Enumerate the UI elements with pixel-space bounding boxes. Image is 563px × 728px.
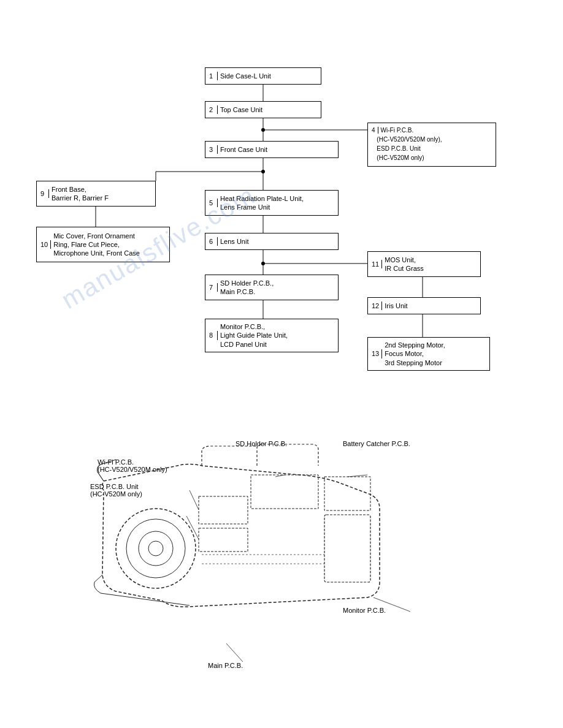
svg-point-2 <box>261 128 265 132</box>
box-3-label: Front Case Unit <box>220 145 267 154</box>
box-3: 3 Front Case Unit <box>205 141 339 158</box>
box-2-number: 2 <box>209 105 218 114</box>
box-1: 1 Side Case-L Unit <box>205 67 321 85</box>
label-monitor-pcb: Monitor P.C.B. <box>343 607 386 614</box>
box-7-number: 7 <box>209 283 218 292</box>
box-4: 4Wi-Fi P.C.B. (HC-V520/V520M only), ESD … <box>367 123 496 167</box>
box-9-number: 9 <box>40 189 49 198</box>
svg-rect-23 <box>199 528 248 552</box>
box-12: 12 Iris Unit <box>367 297 481 314</box>
box-11-number: 11 <box>372 260 382 268</box>
box-9-label: Front Base,Barrier R, Barrier F <box>52 185 109 203</box>
box-3-number: 3 <box>209 145 218 154</box>
box-13: 13 2nd Stepping Motor,Focus Motor,3rd St… <box>367 337 490 371</box>
box-12-label: Iris Unit <box>385 301 407 310</box>
box-7-label: SD Holder P.C.B.,Main P.C.B. <box>220 279 274 297</box>
camera-diagram: SD Holder P.C.B. Battery Catcher P.C.B. … <box>18 417 545 680</box>
box-6: 6 Lens Unit <box>205 233 339 250</box>
page: manualsflive.com <box>0 0 563 728</box>
box-11: 11 MOS Unit,IR Cut Grass <box>367 251 481 277</box>
box-6-label: Lens Unit <box>220 237 248 246</box>
svg-point-16 <box>116 509 196 588</box>
svg-point-18 <box>139 531 173 566</box>
svg-rect-21 <box>324 477 370 510</box>
box-2: 2 Top Case Unit <box>205 101 321 118</box>
svg-rect-24 <box>324 515 370 582</box>
box-13-number: 13 <box>372 349 382 358</box>
box-6-number: 6 <box>209 237 218 246</box>
box-5-label: Heat Radiation Plate-L Unit,Lens Frame U… <box>220 194 304 212</box>
box-5-number: 5 <box>209 199 218 207</box>
box-10-label: Mic Cover, Front OrnamentRing, Flare Cut… <box>53 232 140 258</box>
box-1-label: Side Case-L Unit <box>220 72 271 80</box>
box-10-number: 10 <box>40 240 51 249</box>
svg-point-17 <box>126 519 185 578</box>
label-main-pcb: Main P.C.B. <box>208 662 243 669</box>
box-10: 10 Mic Cover, Front OrnamentRing, Flare … <box>36 227 170 262</box>
flowchart: 1 Side Case-L Unit 2 Top Case Unit 3 Fro… <box>18 61 545 404</box>
svg-rect-20 <box>251 475 318 509</box>
svg-line-28 <box>186 516 199 539</box>
svg-point-5 <box>261 170 265 173</box>
svg-line-27 <box>190 490 199 510</box>
svg-rect-22 <box>199 496 248 524</box>
box-8-number: 8 <box>209 331 218 339</box>
box-7: 7 SD Holder P.C.B.,Main P.C.B. <box>205 275 339 300</box>
svg-point-11 <box>261 262 265 265</box>
svg-line-32 <box>226 643 243 662</box>
box-8: 8 Monitor P.C.B.,Light Guide Plate Unit,… <box>205 319 339 352</box>
box-9: 9 Front Base,Barrier R, Barrier F <box>36 181 156 207</box>
box-13-label: 2nd Stepping Motor,Focus Motor,3rd Stepp… <box>385 341 445 367</box>
svg-point-19 <box>148 541 163 556</box>
box-12-number: 12 <box>372 301 382 310</box>
box-8-label: Monitor P.C.B.,Light Guide Plate Unit,LC… <box>220 322 288 349</box>
box-5: 5 Heat Radiation Plate-L Unit,Lens Frame… <box>205 190 339 216</box>
box-11-label: MOS Unit,IR Cut Grass <box>385 256 424 273</box>
box-1-number: 1 <box>209 72 218 80</box>
box-2-label: Top Case Unit <box>220 105 262 114</box>
